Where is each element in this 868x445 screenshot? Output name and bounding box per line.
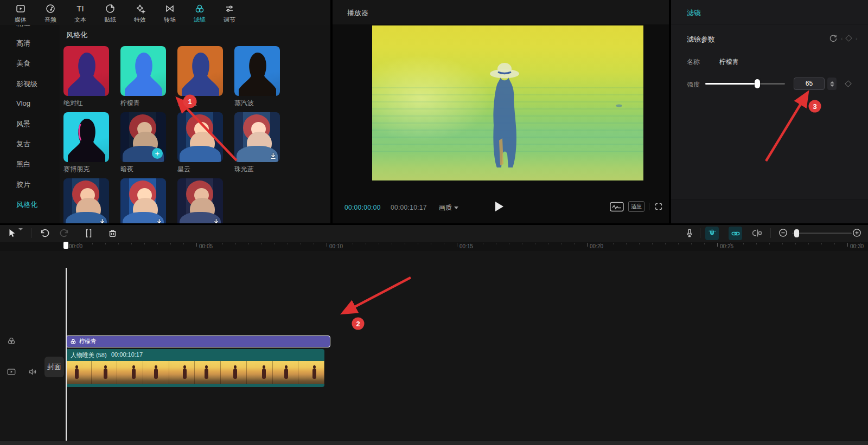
keyframe-icon[interactable] (845, 35, 852, 42)
sidebar-item-6[interactable]: 风景 (16, 119, 30, 129)
filter-clip[interactable]: 柠檬青 (66, 336, 330, 347)
snap-magnet-icon[interactable] (705, 227, 719, 240)
redo-icon[interactable] (60, 228, 71, 239)
filter-card-绝对红[interactable]: 绝对红 (63, 46, 109, 108)
zoom-in-icon[interactable] (852, 228, 862, 238)
tab-filter[interactable]: 滤镜 (687, 8, 701, 18)
select-tool-caret-icon[interactable] (18, 230, 23, 240)
toolbar-item-sticker[interactable]: 贴纸 (97, 0, 123, 25)
ruler-minor-tick (665, 243, 666, 244)
timeline-section: 00:0000:0500:1000:1500:2000:2500:30 封面 柠… (0, 225, 868, 445)
hide-track-icon[interactable] (7, 367, 16, 377)
timeline-tracks: 封面 柠檬青 人物唯美 (58) 00:00:10:17 (0, 251, 868, 441)
filter-card-蒸汽波[interactable]: 蒸汽波 (234, 46, 280, 108)
ruler-minor-tick (691, 243, 692, 244)
quality-dropdown[interactable]: 画质 (439, 203, 458, 212)
sidebar-item-2[interactable]: 高清 (16, 38, 30, 48)
sidebar-item-10[interactable]: 风格化 (16, 200, 37, 210)
fullscreen-icon[interactable] (654, 202, 663, 211)
mirror-preview-icon[interactable] (610, 202, 624, 212)
playhead-handle[interactable] (63, 242, 68, 249)
split-icon[interactable] (83, 228, 94, 239)
record-voiceover-icon[interactable] (684, 228, 695, 238)
filter-card-暗夜[interactable]: +暗夜 (120, 112, 166, 174)
stepper-up-icon[interactable] (830, 81, 834, 83)
ruler-minor-tick (131, 243, 132, 244)
filter-card-label: 日落橙 (177, 99, 223, 108)
filter-card-row3-8[interactable] (63, 178, 109, 223)
ruler-minor-tick (235, 243, 236, 244)
toolbar-item-filter[interactable]: 滤镜 (187, 0, 213, 25)
ruler-minor-tick (626, 243, 627, 244)
woman-silhouette (372, 25, 643, 180)
next-keyframe-icon[interactable]: › (856, 36, 857, 42)
strength-stepper[interactable] (827, 78, 837, 90)
toolbar-item-text[interactable]: TI 文本 (67, 0, 93, 25)
filter-card-row3-10[interactable] (177, 178, 223, 223)
toolbar-item-effects[interactable]: 特效 (127, 0, 153, 25)
resource-panel: 精选高清美食影视级Vlog风景复古黑白胶片风格化 风格化 绝对红柠檬青日落橙蒸汽… (0, 0, 330, 223)
play-button[interactable] (495, 202, 503, 211)
filter-card-星云[interactable]: 星云 (177, 112, 223, 174)
ruler-minor-tick (600, 243, 601, 244)
ruler-label-00:00: 00:00 (69, 243, 82, 249)
ruler-minor-tick (730, 243, 731, 244)
filter-card-珠光蓝[interactable]: 珠光蓝 (234, 112, 280, 174)
cover-button[interactable]: 封面 (44, 357, 64, 377)
strength-input[interactable]: 65 (794, 78, 825, 90)
video-clip[interactable]: 人物唯美 (58) 00:00:10:17 (66, 349, 324, 387)
fit-button[interactable]: 适应 (628, 201, 644, 212)
timeline-ruler[interactable]: 00:0000:0500:1000:1500:2000:2500:30 (0, 242, 868, 251)
ruler-label-00:15: 00:15 (459, 243, 473, 249)
timeline-zoom-thumb[interactable] (794, 229, 799, 237)
ruler-minor-tick (496, 243, 496, 244)
sidebar-item-5[interactable]: Vlog (16, 99, 30, 107)
video-preview[interactable] (372, 25, 643, 180)
audio-icon (45, 3, 56, 14)
ruler-tick (196, 243, 197, 247)
filter-card-赛博朋克[interactable]: 赛博朋克 (63, 112, 109, 174)
prev-keyframe-icon[interactable]: ‹ (841, 36, 843, 42)
filmstrip (66, 361, 324, 384)
player-body: 00:00:00:00 00:00:10:17 画质 适应 (333, 24, 669, 223)
strength-slider[interactable] (705, 83, 785, 85)
sidebar-item-7[interactable]: 复古 (16, 139, 30, 149)
playhead-line[interactable] (66, 268, 67, 445)
filter-card-label: 暗夜 (120, 165, 166, 174)
reset-icon[interactable] (828, 34, 838, 43)
zoom-out-icon[interactable] (778, 228, 788, 238)
stepper-down-icon[interactable] (830, 85, 834, 87)
filter-gallery: 风格化 绝对红柠檬青日落橙蒸汽波赛博朋克+暗夜星云珠光蓝 (60, 25, 330, 223)
filter-card-柠檬青[interactable]: 柠檬青 (120, 46, 166, 108)
toolbar-item-audio[interactable]: 音频 (37, 0, 63, 25)
timeline-zoom-slider[interactable] (792, 233, 852, 234)
ruler-minor-tick (392, 243, 392, 244)
sidebar-item-3[interactable]: 美食 (16, 59, 30, 68)
select-tool-icon[interactable] (7, 228, 17, 238)
undo-icon[interactable] (38, 228, 49, 239)
filter-card-日落橙[interactable]: 日落橙 (177, 46, 223, 108)
ruler-label-00:05: 00:05 (199, 243, 213, 249)
sidebar-item-8[interactable]: 黑白 (16, 159, 30, 169)
ruler-minor-tick (92, 243, 93, 244)
delete-icon[interactable] (107, 228, 118, 239)
svg-text:TI: TI (76, 4, 84, 13)
link-clips-icon[interactable] (729, 227, 742, 240)
player-title: 播放器 (347, 8, 368, 18)
toolbar-item-media[interactable]: 媒体 (8, 0, 34, 25)
slider-thumb[interactable] (755, 79, 760, 88)
mute-track-icon[interactable] (28, 367, 37, 377)
toolbar-item-transition[interactable]: 转场 (157, 0, 183, 25)
toolbar-item-adjust[interactable]: 调节 (216, 0, 242, 25)
add-filter-icon[interactable]: + (152, 148, 163, 159)
divider (31, 228, 31, 238)
strength-keyframe-icon[interactable] (845, 80, 852, 87)
preview-axis-icon[interactable] (752, 228, 763, 238)
filter-card-row3-9[interactable] (120, 178, 166, 223)
chevron-down-icon (454, 207, 458, 209)
timeline-scrollbar[interactable] (0, 441, 868, 445)
ruler-minor-tick (613, 243, 614, 244)
ruler-minor-tick (79, 243, 80, 244)
sidebar-item-4[interactable]: 影视级 (16, 79, 37, 89)
sidebar-item-9[interactable]: 胶片 (16, 180, 30, 190)
